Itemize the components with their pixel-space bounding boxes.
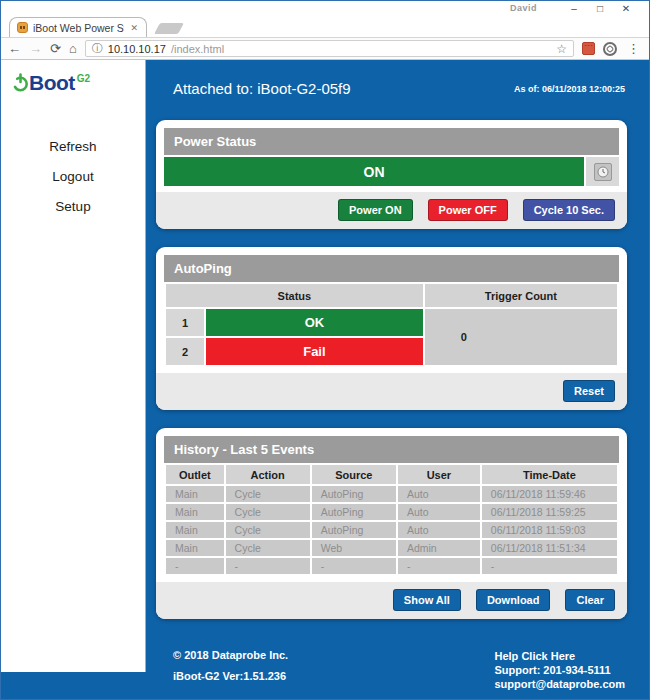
table-row: Main Cycle AutoPing Auto 06/11/2018 11:5… — [166, 522, 617, 538]
cell-timedate: - — [482, 558, 617, 574]
firmware-version: iBoot-G2 Ver:1.51.236 — [173, 670, 288, 682]
clock-icon — [594, 163, 612, 181]
autoping-table: Status Trigger Count 1 OK 0 2 Fail — [164, 282, 619, 367]
browser-toolbar: ← → ⟳ ⌂ ⓘ 10.10.10.17/index.html ☆ ⋮ — [1, 37, 649, 60]
cell-user: Admin — [398, 540, 480, 556]
power-timer-cell — [586, 157, 619, 186]
cell-action: Cycle — [226, 522, 310, 538]
cell-action: Cycle — [226, 540, 310, 556]
cell-source: Web — [312, 540, 396, 556]
history-title: History - Last 5 Events — [164, 436, 619, 463]
home-icon[interactable]: ⌂ — [69, 42, 77, 55]
history-col-source: Source — [312, 465, 396, 484]
history-col-action: Action — [226, 465, 310, 484]
autoping-row-index: 2 — [166, 338, 204, 365]
url-path: /index.html — [171, 43, 224, 55]
support-email-link[interactable]: support@dataprobe.com — [494, 677, 625, 691]
power-status-panel: Power Status ON Power ON Power OFF C — [156, 120, 627, 229]
browser-menu-icon[interactable]: ⋮ — [625, 41, 642, 56]
cell-outlet: Main — [166, 486, 224, 502]
close-icon[interactable]: ✕ — [613, 2, 639, 15]
history-col-user: User — [398, 465, 480, 484]
bookmark-star-icon[interactable]: ☆ — [556, 42, 567, 56]
maximize-icon[interactable]: □ — [587, 2, 613, 15]
power-on-button[interactable]: Power ON — [338, 199, 413, 221]
history-panel: History - Last 5 Events Outlet Action So… — [156, 428, 627, 619]
tab-bar: iBoot Web Power Switch ✕ — [1, 15, 649, 37]
history-table: Outlet Action Source User Time-Date Main… — [164, 463, 619, 576]
power-buttons-row: Power ON Power OFF Cycle 10 Sec. — [156, 192, 627, 229]
footer-right: Help Click Here Support: 201-934-5111 su… — [494, 649, 625, 691]
power-status-title: Power Status — [164, 128, 619, 155]
download-button[interactable]: Download — [476, 589, 551, 611]
footer-left: © 2018 Dataprobe Inc. iBoot-G2 Ver:1.51.… — [173, 649, 288, 691]
cell-user: - — [398, 558, 480, 574]
autoping-status-ok: OK — [206, 309, 423, 336]
sidebar-item-setup[interactable]: Setup — [1, 199, 145, 214]
url-host: 10.10.10.17 — [108, 43, 166, 55]
attached-to-label: Attached to: iBoot-G2-05f9 — [173, 80, 351, 97]
cell-timedate: 06/11/2018 11:51:34 — [482, 540, 617, 556]
table-row: Main Cycle Web Admin 06/11/2018 11:51:34 — [166, 540, 617, 556]
new-tab-button[interactable] — [154, 23, 184, 34]
history-buttons-row: Show All Download Clear — [156, 582, 627, 619]
reset-button[interactable]: Reset — [563, 380, 615, 402]
cell-action: Cycle — [226, 504, 310, 520]
cycle-button[interactable]: Cycle 10 Sec. — [523, 199, 615, 221]
cell-source: - — [312, 558, 396, 574]
minimize-icon[interactable]: – — [561, 2, 587, 15]
cell-timedate: 06/11/2018 11:59:25 — [482, 504, 617, 520]
power-off-button[interactable]: Power OFF — [428, 199, 508, 221]
power-state-row: ON — [164, 157, 619, 186]
sidebar-item-refresh[interactable]: Refresh — [1, 139, 145, 154]
cell-action: - — [226, 558, 310, 574]
autoping-buttons-row: Reset — [156, 373, 627, 410]
clear-button[interactable]: Clear — [565, 589, 615, 611]
window-titlebar: David – □ ✕ — [1, 1, 649, 15]
forward-icon[interactable]: → — [29, 42, 42, 55]
page-info-icon[interactable]: ⓘ — [92, 41, 103, 56]
autoping-col-trigger: Trigger Count — [425, 284, 617, 307]
address-bar[interactable]: ⓘ 10.10.10.17/index.html ☆ — [85, 40, 574, 57]
sidebar-item-logout[interactable]: Logout — [1, 169, 145, 184]
cell-source: AutoPing — [312, 504, 396, 520]
autoping-col-status: Status — [166, 284, 423, 307]
browser-profile-name[interactable]: David — [510, 3, 537, 13]
autoping-panel: AutoPing Status Trigger Count 1 OK 0 2 F… — [156, 247, 627, 410]
table-row: - - - - - — [166, 558, 617, 574]
cell-outlet: - — [166, 558, 224, 574]
cell-outlet: Main — [166, 504, 224, 520]
cell-user: Auto — [398, 486, 480, 502]
table-row: Main Cycle AutoPing Auto 06/11/2018 11:5… — [166, 504, 617, 520]
page-footer: © 2018 Dataprobe Inc. iBoot-G2 Ver:1.51.… — [173, 649, 625, 691]
help-link[interactable]: Help Click Here — [494, 649, 625, 663]
sidebar-nav: Refresh Logout Setup — [1, 139, 145, 214]
page-content: Boot G2 Refresh Logout Setup Attached to… — [1, 60, 649, 700]
extension-circle-icon[interactable] — [603, 42, 617, 56]
extension-red-icon[interactable] — [582, 42, 595, 55]
cell-action: Cycle — [226, 486, 310, 502]
history-col-timedate: Time-Date — [482, 465, 617, 484]
as-of-timestamp: As of: 06/11/2018 12:00:25 — [514, 84, 625, 94]
sidebar: Boot G2 Refresh Logout Setup — [1, 60, 146, 672]
tab-iboot[interactable]: iBoot Web Power Switch ✕ — [9, 17, 147, 37]
tab-title: iBoot Web Power Switch — [33, 22, 124, 34]
cell-timedate: 06/11/2018 11:59:46 — [482, 486, 617, 502]
page-header: Attached to: iBoot-G2-05f9 As of: 06/11/… — [173, 80, 625, 97]
cell-user: Auto — [398, 522, 480, 538]
cell-source: AutoPing — [312, 486, 396, 502]
autoping-status-fail: Fail — [206, 338, 423, 365]
iboot-logo: Boot G2 — [12, 73, 145, 93]
back-icon[interactable]: ← — [8, 42, 21, 55]
copyright-text: © 2018 Dataprobe Inc. — [173, 649, 288, 661]
cell-timedate: 06/11/2018 11:59:03 — [482, 522, 617, 538]
cell-user: Auto — [398, 504, 480, 520]
autoping-row-1: 1 OK 0 — [166, 309, 617, 336]
main-area: Attached to: iBoot-G2-05f9 As of: 06/11/… — [146, 60, 649, 700]
autoping-row-index: 1 — [166, 309, 204, 336]
support-phone: Support: 201-934-5111 — [494, 663, 625, 677]
history-col-outlet: Outlet — [166, 465, 224, 484]
tab-close-icon[interactable]: ✕ — [129, 23, 139, 33]
show-all-button[interactable]: Show All — [393, 589, 461, 611]
reload-icon[interactable]: ⟳ — [50, 42, 61, 55]
